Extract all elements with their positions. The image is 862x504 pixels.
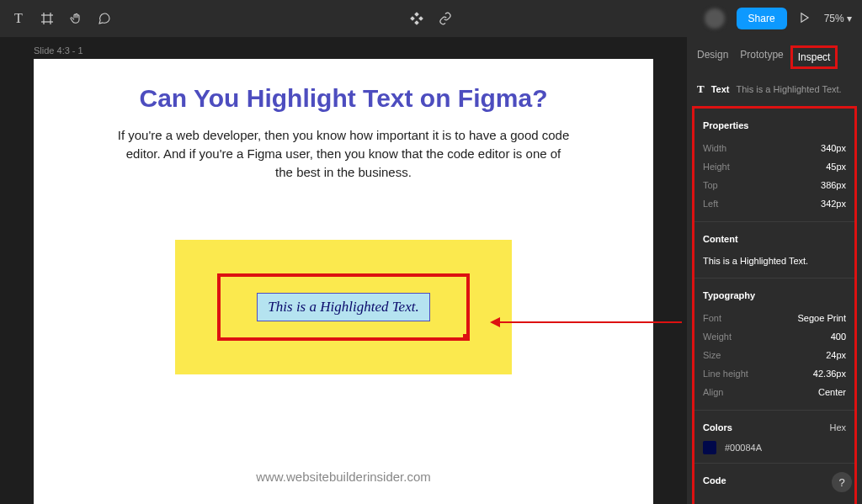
slide-footer-url: www.websitebuilderinsider.com (34, 470, 653, 484)
prop-width: Width340px (703, 139, 846, 157)
top-toolbar: T Share 75% ▾ (0, 0, 862, 37)
properties-section: Properties Width340px Height45px Top386p… (694, 109, 854, 222)
tab-inspect[interactable]: Inspect (790, 45, 838, 69)
code-section: Code (694, 464, 854, 502)
slide-frame[interactable]: Can You Highlight Text on Figma? If you'… (34, 59, 653, 504)
zoom-level[interactable]: 75% ▾ (824, 13, 852, 24)
typography-title: Typography (703, 290, 846, 300)
text-layer-icon: T (697, 82, 705, 96)
slide-description: If you're a web developer, then you know… (116, 126, 571, 181)
typo-align: AlignCenter (703, 383, 846, 401)
inspect-panel: Design Prototype Inspect T Text This is … (687, 37, 862, 504)
chevron-down-icon: ▾ (847, 13, 852, 24)
color-format[interactable]: Hex (829, 422, 846, 432)
content-section: Content This is a Highlighted Text. (694, 222, 854, 279)
properties-title: Properties (703, 120, 846, 130)
colors-title: Colors (703, 422, 732, 432)
center-tools (408, 10, 454, 27)
content-value: This is a Highlighted Text. (703, 252, 846, 269)
svg-rect-6 (410, 16, 415, 21)
help-button[interactable]: ? (832, 472, 852, 492)
layer-name: This is a Highlighted Text. (736, 84, 841, 94)
canvas[interactable]: Slide 4:3 - 1 Can You Highlight Text on … (0, 37, 687, 504)
code-title: Code (703, 475, 846, 485)
prop-top: Top386px (703, 176, 846, 194)
svg-marker-8 (801, 13, 808, 23)
link-tool-icon[interactable] (437, 10, 454, 27)
panel-annotation-outline: Properties Width340px Height45px Top386p… (692, 106, 857, 504)
avatar[interactable] (705, 8, 725, 29)
highlight-rectangle[interactable]: This is a Highlighted Text. (175, 240, 512, 374)
slide-title: Can You Highlight Text on Figma? (34, 84, 653, 113)
typography-section: Typography FontSegoe Print Weight400 Siz… (694, 279, 854, 411)
typo-lineheight: Line height42.36px (703, 364, 846, 383)
color-value: #00084A (725, 443, 762, 453)
typo-size: Size24px (703, 346, 846, 364)
layer-type: Text (711, 84, 730, 94)
main-area: Slide 4:3 - 1 Can You Highlight Text on … (0, 37, 862, 504)
hand-tool-icon[interactable] (67, 10, 84, 27)
svg-rect-4 (414, 12, 419, 17)
annotation-box: This is a Highlighted Text. (217, 273, 470, 341)
content-title: Content (703, 234, 846, 244)
typo-font: FontSegoe Print (703, 309, 846, 327)
highlighted-text-node[interactable]: This is a Highlighted Text. (257, 293, 429, 321)
tools-group: T (10, 10, 113, 27)
svg-rect-7 (418, 16, 423, 21)
frame-tool-icon[interactable] (39, 10, 56, 27)
share-button[interactable]: Share (737, 8, 787, 29)
tab-design[interactable]: Design (697, 49, 728, 66)
color-row[interactable]: #00084A (703, 441, 846, 454)
svg-rect-5 (414, 20, 419, 25)
panel-tabs: Design Prototype Inspect (687, 37, 862, 76)
component-tool-icon[interactable] (408, 10, 425, 27)
topbar-right-group: Share 75% ▾ (705, 8, 852, 29)
selected-layer-row: T Text This is a Highlighted Text. (687, 76, 862, 104)
comment-tool-icon[interactable] (96, 10, 113, 27)
slide-label: Slide 4:3 - 1 (34, 45, 653, 56)
color-swatch (703, 441, 716, 454)
colors-section: Colors Hex #00084A (694, 411, 854, 464)
prop-left: Left342px (703, 194, 846, 213)
text-tool-icon[interactable]: T (10, 10, 27, 27)
typo-weight: Weight400 (703, 327, 846, 346)
present-icon[interactable] (799, 12, 812, 25)
tab-prototype[interactable]: Prototype (740, 49, 783, 66)
annotation-arrow (497, 321, 682, 323)
prop-height: Height45px (703, 157, 846, 176)
